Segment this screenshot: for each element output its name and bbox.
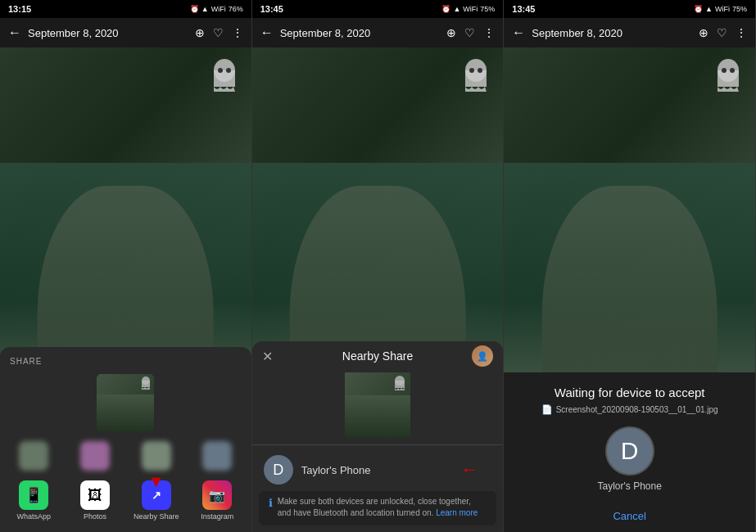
- photos-icon: 🖼: [80, 480, 110, 510]
- heart-icon-2[interactable]: ♡: [464, 26, 475, 39]
- share-sheet: SHARE: [0, 347, 251, 532]
- more-icon-3[interactable]: ⋮: [736, 26, 747, 39]
- learn-more-link[interactable]: Learn more: [436, 508, 478, 517]
- nearby-thumb-ghost: [392, 375, 407, 393]
- more-icon-2[interactable]: ⋮: [483, 26, 495, 39]
- nearby-share-label: Nearby Share: [134, 512, 179, 521]
- svg-point-9: [469, 68, 474, 73]
- file-icon: 📄: [541, 404, 553, 415]
- share-label: SHARE: [0, 354, 251, 369]
- date-label-3: September 8, 2020: [532, 27, 692, 39]
- file-name: Screenshot_20200908-190503__01__01.jpg: [556, 405, 718, 414]
- nearby-info-box: ℹ Make sure both devices are unlocked, c…: [259, 491, 497, 525]
- date-label-1: September 8, 2020: [28, 27, 188, 39]
- status-icons-3: ⏰ ▲ WiFi 75%: [694, 5, 747, 13]
- nearby-user-avatar[interactable]: 👤: [472, 345, 493, 367]
- svg-point-10: [478, 68, 482, 73]
- svg-rect-6: [142, 381, 150, 387]
- svg-rect-14: [718, 70, 739, 87]
- back-arrow-3[interactable]: ←: [512, 25, 525, 40]
- cancel-button[interactable]: Cancel: [515, 503, 744, 529]
- info-icon: ℹ: [269, 497, 273, 509]
- status-time-1: 13:15: [8, 4, 31, 14]
- wifi-icon: WiFi: [211, 5, 226, 13]
- file-name-row: 📄 Screenshot_20200908-190503__01__01.jpg: [515, 404, 744, 415]
- ghost-icon-3: [714, 57, 743, 94]
- svg-point-16: [730, 68, 735, 73]
- status-bar-2: 13:45 ⏰ ▲ WiFi 75%: [252, 0, 504, 18]
- top-bar-3: ← September 8, 2020 ⊕ ♡ ⋮: [504, 18, 755, 47]
- battery-icon-3: 75%: [732, 5, 747, 13]
- ghost-icon-2: [462, 57, 491, 94]
- status-time-3: 13:45: [512, 4, 535, 14]
- waiting-panel: Waiting for device to accept 📄 Screensho…: [504, 372, 755, 532]
- instagram-label: Instagram: [201, 512, 233, 521]
- share-apps-scroll-row: [0, 436, 251, 476]
- nearby-divider: [252, 444, 504, 445]
- panel-3: 13:45 ⏰ ▲ WiFi 75% ← September 8, 2020 ⊕…: [504, 0, 756, 532]
- svg-point-15: [722, 68, 727, 73]
- crop-icon-3[interactable]: ⊕: [699, 26, 708, 39]
- svg-rect-1: [214, 70, 235, 87]
- share-apps-row: 📱 WhatsApp 🖼 Photos ↗ Nearby Share ▼: [0, 476, 251, 525]
- battery-icon-2: 75%: [480, 5, 495, 13]
- photos-label: Photos: [84, 512, 106, 521]
- status-bar-1: 13:15 ⏰ ▲ WiFi 76%: [0, 0, 251, 18]
- crop-icon-2[interactable]: ⊕: [446, 26, 456, 39]
- top-bar-2: ← September 8, 2020 ⊕ ♡ ⋮: [252, 18, 504, 47]
- nearby-title: Nearby Share: [342, 349, 413, 363]
- share-app-photos[interactable]: 🖼 Photos: [70, 480, 121, 521]
- back-arrow-1[interactable]: ←: [8, 25, 21, 40]
- wifi-icon-3: WiFi: [715, 5, 730, 13]
- status-icons-2: ⏰ ▲ WiFi 75%: [441, 5, 495, 13]
- alarm-icon-2: ⏰: [441, 5, 450, 13]
- share-preview: [0, 369, 251, 436]
- share-app-nearby[interactable]: ↗ Nearby Share ▼: [130, 480, 182, 521]
- red-arrow-icon: ←: [460, 459, 478, 480]
- share-app-blurred-4: [192, 441, 243, 471]
- nearby-header: ✕ Nearby Share 👤: [252, 341, 504, 366]
- waiting-device-avatar: D: [605, 426, 654, 476]
- alarm-icon: ⏰: [190, 5, 199, 13]
- share-app-blurred-2: [70, 441, 121, 471]
- crop-icon[interactable]: ⊕: [195, 26, 205, 39]
- signal-icon-3: ▲: [705, 5, 713, 13]
- top-bar-icons-1: ⊕ ♡ ⋮: [195, 26, 243, 39]
- signal-icon-2: ▲: [453, 5, 460, 13]
- waiting-avatar-area: D Taylor's Phone: [515, 426, 744, 492]
- whatsapp-label: WhatsApp: [17, 512, 52, 521]
- panel-1: 13:15 ⏰ ▲ WiFi 76% ← September 8, 2020 ⊕…: [0, 0, 252, 532]
- date-label-2: September 8, 2020: [280, 27, 441, 39]
- heart-icon[interactable]: ♡: [213, 26, 224, 39]
- waiting-device-name: Taylor's Phone: [598, 480, 662, 492]
- svg-rect-12: [395, 381, 405, 388]
- nearby-device-row[interactable]: D Taylor's Phone ←: [252, 449, 504, 491]
- device-avatar: D: [264, 455, 293, 485]
- share-thumbnail: [97, 374, 154, 431]
- signal-icon: ▲: [201, 5, 209, 13]
- nearby-thumbnail-area: [252, 366, 504, 444]
- heart-icon-3[interactable]: ♡: [717, 26, 727, 39]
- svg-point-2: [218, 68, 223, 73]
- status-icons-1: ⏰ ▲ WiFi 76%: [190, 5, 243, 13]
- share-app-whatsapp[interactable]: 📱 WhatsApp: [8, 480, 60, 521]
- share-app-blurred-1: [8, 441, 60, 471]
- ghost-icon: ?: [211, 57, 239, 94]
- share-app-instagram[interactable]: 📷 Instagram: [192, 480, 243, 521]
- battery-icon: 76%: [229, 5, 243, 13]
- top-bar-icons-3: ⊕ ♡ ⋮: [699, 26, 747, 39]
- share-app-blurred-3: [130, 441, 182, 471]
- panel-2: 13:45 ⏰ ▲ WiFi 75% ← September 8, 2020 ⊕…: [252, 0, 505, 532]
- top-bar-1: ← September 8, 2020 ⊕ ♡ ⋮: [0, 18, 251, 47]
- more-icon[interactable]: ⋮: [232, 26, 243, 39]
- nearby-close-button[interactable]: ✕: [262, 349, 273, 364]
- nearby-share-dialog: ✕ Nearby Share 👤 D Taylor's: [252, 341, 504, 532]
- alarm-icon-3: ⏰: [694, 5, 703, 13]
- status-bar-3: 13:45 ⏰ ▲ WiFi 75%: [504, 0, 755, 18]
- whatsapp-icon: 📱: [19, 480, 48, 510]
- wifi-icon-2: WiFi: [463, 5, 478, 13]
- back-arrow-2[interactable]: ←: [260, 25, 274, 40]
- waiting-title: Waiting for device to accept: [515, 385, 744, 399]
- nearby-thumbnail: [345, 372, 410, 438]
- status-time-2: 13:45: [260, 4, 283, 14]
